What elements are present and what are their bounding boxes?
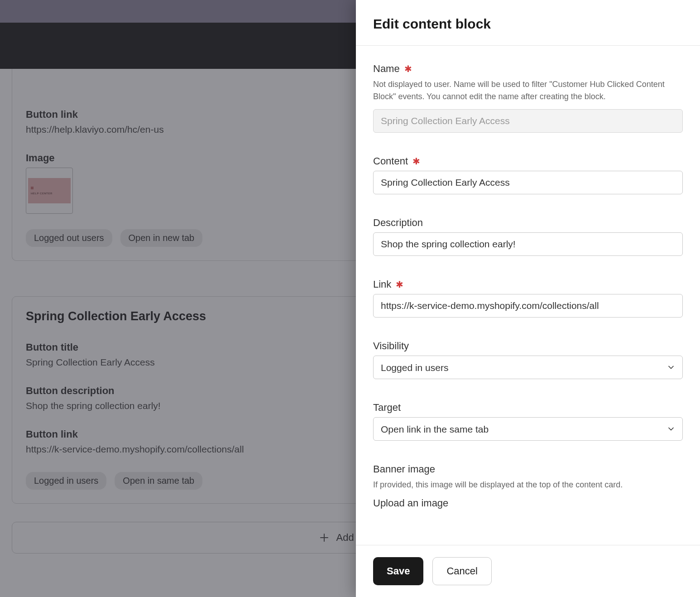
label-text: Name [373,63,400,75]
field-help-text: Not displayed to user. Name will be used… [373,78,683,103]
name-input [373,109,683,133]
form-group-link: Link ✱ [373,279,683,318]
field-label: Content ✱ [373,155,683,167]
label-text: Banner image [373,463,435,475]
field-label: Visibility [373,340,683,352]
form-group-description: Description [373,217,683,256]
field-label: Target [373,402,683,414]
visibility-select[interactable]: Logged in users [373,356,683,379]
required-asterisk-icon: ✱ [412,157,420,166]
save-button[interactable]: Save [373,557,423,585]
label-text: Visibility [373,340,409,352]
label-text: Target [373,402,401,414]
content-input[interactable] [373,171,683,194]
required-asterisk-icon: ✱ [404,64,412,73]
field-help-text: If provided, this image will be displaye… [373,479,683,491]
form-group-name: Name ✱ Not displayed to user. Name will … [373,63,683,133]
edit-content-block-panel: Edit content block Name ✱ Not displayed … [356,0,700,597]
form-group-target: Target Open link in the same tab [373,402,683,441]
required-asterisk-icon: ✱ [396,280,403,289]
label-text: Description [373,217,423,229]
panel-header: Edit content block [356,0,700,46]
form-group-visibility: Visibility Logged in users [373,340,683,379]
panel-body: Name ✱ Not displayed to user. Name will … [356,46,700,545]
link-input[interactable] [373,294,683,318]
label-text: Content [373,155,408,167]
cancel-button[interactable]: Cancel [432,557,491,585]
description-input[interactable] [373,232,683,256]
field-label: Description [373,217,683,229]
upload-image-label[interactable]: Upload an image [373,497,683,509]
target-select[interactable]: Open link in the same tab [373,417,683,441]
form-group-banner: Banner image If provided, this image wil… [373,463,683,509]
label-text: Link [373,279,391,290]
panel-title: Edit content block [373,16,683,32]
field-label: Banner image [373,463,683,475]
panel-footer: Save Cancel [356,545,700,597]
field-label: Link ✱ [373,279,683,290]
field-label: Name ✱ [373,63,683,75]
form-group-content: Content ✱ [373,155,683,194]
